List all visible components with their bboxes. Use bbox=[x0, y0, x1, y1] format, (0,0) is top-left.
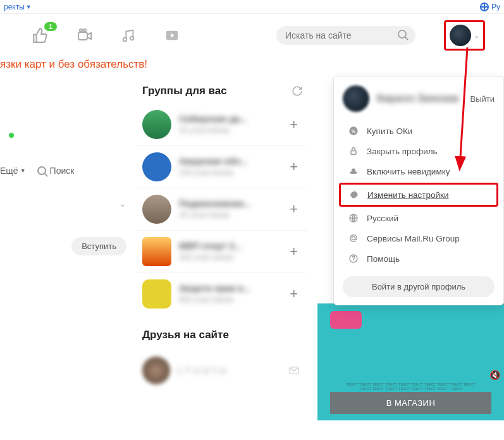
chevron-down-icon: ▼ bbox=[20, 168, 26, 174]
mail-icon[interactable] bbox=[288, 365, 300, 376]
left-search-label: Поиск bbox=[50, 166, 75, 176]
groups-title: Группы для вас bbox=[142, 85, 227, 97]
group-avatar bbox=[142, 152, 171, 181]
hat-icon bbox=[348, 166, 359, 177]
left-search-button[interactable]: Поиск bbox=[37, 166, 75, 176]
profile-name[interactable]: Кирилл Запозов bbox=[377, 93, 463, 104]
globe-icon bbox=[348, 212, 359, 224]
coin-icon: % bbox=[348, 125, 359, 137]
online-status-dot bbox=[9, 133, 14, 138]
svg-rect-0 bbox=[78, 32, 87, 40]
svg-text:%: % bbox=[352, 128, 356, 134]
group-avatar bbox=[142, 237, 171, 266]
at-icon bbox=[348, 233, 359, 244]
svg-point-4 bbox=[130, 37, 134, 40]
group-row[interactable]: Подмосковная...2К участников + bbox=[136, 188, 307, 231]
add-icon[interactable]: + bbox=[287, 159, 300, 175]
topbar-lang-link[interactable]: Ру bbox=[480, 3, 500, 11]
group-avatar bbox=[142, 279, 171, 309]
reload-icon[interactable] bbox=[292, 85, 303, 97]
add-icon[interactable]: + bbox=[287, 201, 300, 217]
add-icon[interactable]: + bbox=[287, 286, 300, 302]
friend-avatar bbox=[142, 357, 170, 384]
like-icon[interactable]: 1 bbox=[32, 27, 48, 44]
notification-badge: 1 bbox=[44, 22, 57, 31]
group-avatar bbox=[142, 195, 171, 224]
topbar-projects-label: ректы bbox=[4, 3, 25, 11]
lock-icon bbox=[348, 145, 359, 157]
chevron-down-icon: ⌄ bbox=[474, 32, 479, 40]
ad-banner[interactable]: 🔇 ТЕКСТ ТЕКСТ ТЕКСТ ТЕКСТ ТЕКСТ ТЕКСТ ТЕ… bbox=[317, 303, 504, 420]
menu-lock-profile[interactable]: Закрыть профиль bbox=[334, 141, 503, 161]
friends-title: Друзья на сайте bbox=[142, 329, 229, 341]
menu-invisible[interactable]: Включить невидимку bbox=[334, 161, 503, 181]
more-label: Ещё bbox=[0, 166, 18, 176]
menu-language[interactable]: Русский bbox=[334, 208, 503, 228]
avatar bbox=[450, 25, 471, 46]
add-icon[interactable]: + bbox=[287, 116, 300, 133]
group-row[interactable]: Защита прав и...800 участников + bbox=[136, 273, 307, 315]
music-icon[interactable] bbox=[121, 28, 135, 43]
menu-settings[interactable]: Изменить настройки bbox=[339, 183, 498, 207]
friend-name: L T U S T A bbox=[178, 366, 280, 376]
more-button[interactable]: Ещё ▼ bbox=[0, 166, 26, 176]
ad-fineprint: ТЕКСТ ТЕКСТ ТЕКСТ ТЕКСТ ТЕКСТ ТЕКСТ ТЕКС… bbox=[317, 382, 504, 391]
search-icon bbox=[398, 30, 407, 41]
group-row[interactable]: МВП спорт 2...400 участников + bbox=[136, 231, 307, 273]
svg-point-15 bbox=[353, 260, 353, 261]
ad-graphic bbox=[330, 311, 362, 329]
play-icon[interactable] bbox=[164, 28, 180, 42]
gear-icon bbox=[348, 189, 360, 200]
svg-point-1 bbox=[80, 29, 82, 32]
switch-profile-button[interactable]: Войти в другой профиль bbox=[343, 276, 495, 297]
svg-rect-9 bbox=[351, 150, 356, 154]
add-icon[interactable]: + bbox=[287, 243, 300, 260]
join-button[interactable]: Вступить bbox=[71, 237, 126, 255]
logout-link[interactable]: Выйти bbox=[470, 94, 495, 104]
menu-help[interactable]: Помощь bbox=[334, 248, 503, 269]
globe-icon bbox=[480, 3, 489, 11]
collapse-chevron[interactable]: ⌄ bbox=[0, 199, 126, 209]
avatar bbox=[343, 85, 369, 112]
svg-point-13 bbox=[352, 236, 355, 240]
topbar-lang-label: Ру bbox=[491, 3, 500, 11]
profile-menu-trigger[interactable]: ⌄ bbox=[444, 20, 485, 51]
shop-button[interactable]: В МАГАЗИН bbox=[330, 392, 491, 414]
group-avatar bbox=[142, 110, 171, 139]
chevron-down-icon: ▼ bbox=[26, 4, 32, 10]
help-icon bbox=[348, 253, 359, 264]
friend-row[interactable]: L T U S T A bbox=[136, 348, 307, 393]
menu-buy-ok[interactable]: % Купить ОКи bbox=[334, 121, 503, 141]
search-icon bbox=[37, 166, 46, 175]
menu-services[interactable]: Сервисы Mail.Ru Group bbox=[334, 228, 503, 248]
mute-icon[interactable]: 🔇 bbox=[489, 370, 500, 380]
group-row[interactable]: Амурская обл...10К участников + bbox=[136, 146, 307, 188]
search-input[interactable] bbox=[285, 30, 398, 40]
group-row[interactable]: Сибирская да...1К участников + bbox=[136, 104, 307, 146]
topbar-projects-link[interactable]: ректы ▼ bbox=[4, 3, 32, 11]
video-icon[interactable] bbox=[77, 28, 93, 43]
svg-point-2 bbox=[83, 29, 86, 32]
svg-point-3 bbox=[123, 38, 127, 41]
promo-text: язки карт и без обязательств! bbox=[0, 57, 504, 76]
search-box[interactable] bbox=[276, 26, 415, 45]
profile-dropdown: Кирилл Запозов Выйти % Купить ОКи Закрыт… bbox=[333, 76, 504, 305]
